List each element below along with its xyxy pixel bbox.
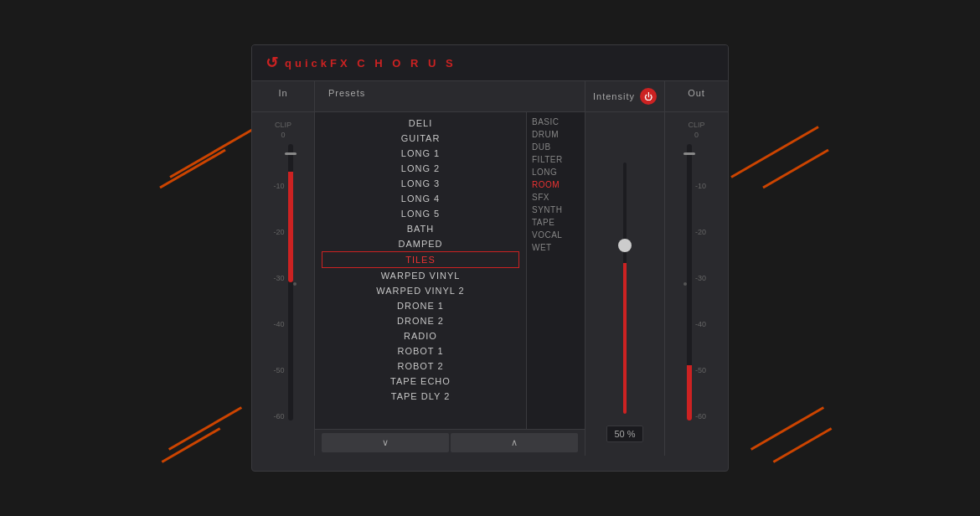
out-label-30: -30 — [695, 275, 706, 282]
side-item-synth[interactable]: SYNTH — [527, 204, 585, 216]
intensity-header: Intensity ⏻ — [585, 81, 665, 111]
in-label-40: -40 — [273, 321, 284, 328]
preset-item-tape-dly2[interactable]: TAPE DLY 2 — [315, 389, 526, 404]
preset-item-damped[interactable]: DAMPED — [315, 236, 526, 251]
out-fader-handle[interactable] — [683, 152, 695, 155]
presets-main-list[interactable]: DELI GUITAR LONG 1 LONG 2 LONG 3 LONG 4 … — [315, 112, 526, 429]
body-row: CLIP 0 -10 -20 -30 -40 -50 -60 — [252, 112, 728, 456]
preset-item-warped-vinyl[interactable]: WARPED VINYL — [315, 268, 526, 283]
in-zero-label: 0 — [281, 131, 285, 139]
preset-nav: ∨ ∧ — [315, 429, 585, 456]
in-label-30: -30 — [273, 275, 284, 282]
side-item-basic[interactable]: BASIC — [527, 116, 585, 128]
side-item-room[interactable]: ROOM — [527, 178, 585, 191]
power-button[interactable]: ⏻ — [640, 88, 657, 105]
out-label-20: -20 — [695, 229, 706, 236]
out-label-10: -10 — [695, 183, 706, 190]
intensity-value: 50 % — [606, 426, 642, 442]
side-item-filter[interactable]: FILTER — [527, 153, 585, 166]
preset-item-robot1[interactable]: ROBOT 1 — [315, 343, 526, 359]
out-label-40: -40 — [695, 321, 706, 328]
side-item-sfx[interactable]: SFX — [527, 191, 585, 204]
out-zero-label: 0 — [694, 131, 699, 139]
preset-next-button[interactable]: ∧ — [451, 433, 578, 452]
preset-item-guitar[interactable]: GUITAR — [315, 131, 526, 146]
presets-inner: DELI GUITAR LONG 1 LONG 2 LONG 3 LONG 4 … — [315, 112, 585, 429]
preset-item-deli[interactable]: DELI — [315, 116, 526, 131]
in-fader-handle[interactable] — [285, 152, 297, 155]
in-clip-label: CLIP — [275, 121, 291, 129]
preset-item-bath[interactable]: BATH — [315, 221, 526, 236]
side-item-long[interactable]: LONG — [527, 166, 585, 178]
intensity-active — [623, 263, 627, 414]
headers-row: In Presets Intensity ⏻ Out — [252, 81, 728, 112]
intensity-label: Intensity — [593, 91, 635, 101]
preset-item-robot2[interactable]: ROBOT 2 — [315, 359, 526, 374]
intensity-column: 50 % — [585, 112, 665, 456]
intensity-thumb[interactable] — [618, 239, 632, 252]
out-label-60: -60 — [695, 413, 706, 421]
logo-icon: ↺ — [266, 54, 278, 72]
side-item-drum[interactable]: DRUM — [527, 128, 585, 141]
preset-item-long1[interactable]: LONG 1 — [315, 146, 526, 161]
preset-item-long5[interactable]: LONG 5 — [315, 206, 526, 221]
out-header: Out — [665, 81, 728, 111]
title-bar: ↺ quickFX C H O R U S — [252, 45, 728, 81]
in-label-60: -60 — [273, 413, 284, 421]
side-item-vocal[interactable]: VOCAL — [527, 229, 585, 241]
presets-column: DELI GUITAR LONG 1 LONG 2 LONG 3 LONG 4 … — [315, 112, 585, 456]
side-item-dub[interactable]: DUB — [527, 141, 585, 153]
preset-item-long4[interactable]: LONG 4 — [315, 191, 526, 206]
preset-item-warped-vinyl-2[interactable]: WARPED VINYL 2 — [315, 283, 526, 298]
preset-item-drone2[interactable]: DRONE 2 — [315, 313, 526, 328]
preset-item-long2[interactable]: LONG 2 — [315, 161, 526, 176]
out-column: CLIP 0 -10 -20 -30 -40 -50 -60 — [665, 112, 728, 456]
preset-item-tape-echo[interactable]: TAPE ECHO — [315, 374, 526, 389]
preset-item-long3[interactable]: LONG 3 — [315, 176, 526, 191]
side-item-wet[interactable]: WET — [527, 241, 585, 254]
in-label-10: -10 — [273, 183, 284, 190]
presets-side-list[interactable]: BASIC DRUM DUB FILTER LONG ROOM SFX SYNT… — [526, 112, 585, 429]
out-clip-label: CLIP — [688, 121, 704, 129]
in-header: In — [252, 81, 315, 111]
out-label-50: -50 — [695, 367, 706, 374]
in-meter-active — [288, 172, 293, 282]
out-marker — [683, 282, 687, 286]
preset-prev-button[interactable]: ∨ — [322, 433, 449, 452]
preset-item-drone1[interactable]: DRONE 1 — [315, 298, 526, 313]
in-marker — [293, 282, 297, 286]
presets-header: Presets — [315, 81, 585, 111]
app-title: quickFX C H O R U S — [285, 57, 456, 70]
in-label-50: -50 — [273, 367, 284, 374]
preset-item-tiles[interactable]: TILES — [322, 251, 519, 268]
in-column: CLIP 0 -10 -20 -30 -40 -50 -60 — [252, 112, 315, 456]
out-meter-active — [687, 365, 692, 421]
in-label-20: -20 — [273, 229, 284, 236]
preset-item-radio[interactable]: RADIO — [315, 328, 526, 343]
plugin-window: ↺ quickFX C H O R U S In Presets Intensi… — [251, 44, 729, 472]
side-item-tape[interactable]: TAPE — [527, 216, 585, 229]
